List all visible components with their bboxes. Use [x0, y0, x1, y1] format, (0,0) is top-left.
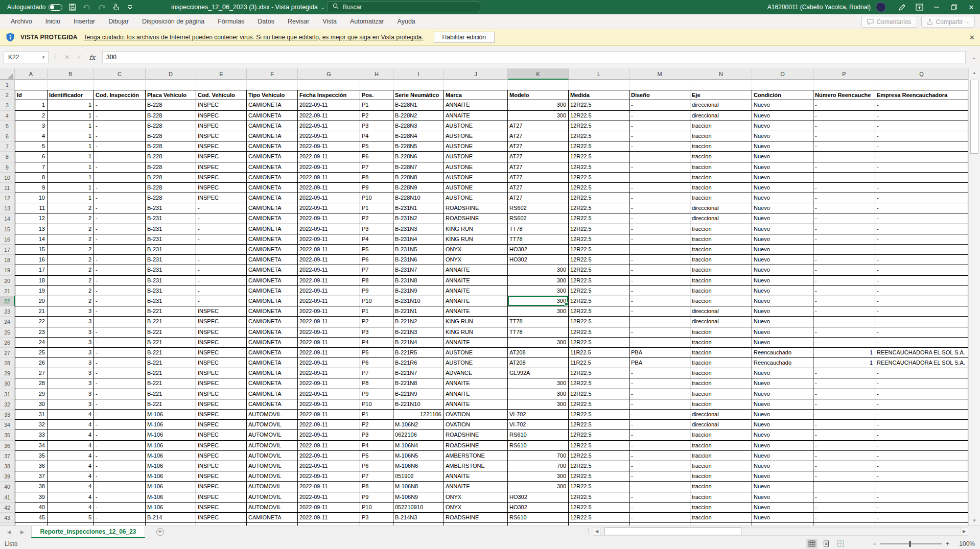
- cell-J21[interactable]: ANNAITE: [444, 286, 508, 296]
- row-header-12[interactable]: 12: [0, 193, 15, 203]
- restore-icon[interactable]: [945, 0, 963, 14]
- cell-N28[interactable]: traccion: [690, 358, 752, 368]
- cell-O18[interactable]: Nuevo: [752, 255, 813, 265]
- cell-O31[interactable]: Nuevo: [752, 389, 813, 399]
- cell-L11[interactable]: 12R22.5: [569, 183, 629, 193]
- cell-C29[interactable]: -: [94, 368, 146, 378]
- cell-D18[interactable]: B-231: [146, 255, 196, 265]
- cell-E25[interactable]: INSPEC: [196, 327, 247, 338]
- cell-O15[interactable]: Nuevo: [752, 224, 813, 234]
- cell-P5[interactable]: -: [813, 121, 875, 131]
- cell-N32[interactable]: traccion: [690, 399, 752, 410]
- cell-C14[interactable]: -: [94, 213, 146, 224]
- avatar[interactable]: [876, 2, 886, 12]
- scroll-right-icon[interactable]: ▶: [960, 528, 968, 535]
- cell-P1[interactable]: [813, 80, 875, 90]
- cell-C33[interactable]: -: [94, 410, 146, 420]
- cell-N13[interactable]: direccional: [690, 203, 752, 213]
- cell-J10[interactable]: AUSTONE: [444, 173, 508, 183]
- cell-F28[interactable]: CAMIONETA: [247, 358, 298, 368]
- cell-L22[interactable]: 12R22.5: [569, 296, 629, 306]
- cell-P3[interactable]: -: [813, 100, 875, 110]
- cell-Q18[interactable]: -: [875, 255, 968, 265]
- cell-H21[interactable]: P9: [360, 286, 393, 296]
- cell-B13[interactable]: 2: [48, 203, 94, 213]
- cell-O9[interactable]: Nuevo: [752, 162, 813, 173]
- row-header-3[interactable]: 3: [0, 100, 15, 110]
- document-title[interactable]: inspecciones_12_06_2023 (3).xlsx - Vista…: [171, 0, 324, 14]
- cell-L38[interactable]: 12R22.5: [569, 461, 629, 471]
- cell-L16[interactable]: 12R22.5: [569, 234, 629, 245]
- cell-E29[interactable]: INSPEC: [196, 368, 247, 378]
- cell-J14[interactable]: ROADSHINE: [444, 213, 508, 224]
- cell-B43[interactable]: 5: [48, 513, 94, 523]
- cell-I7[interactable]: B-228N5: [393, 141, 444, 152]
- cell-J25[interactable]: KING RUN: [444, 327, 508, 338]
- cell-C2[interactable]: Cod. Inspección: [94, 90, 146, 100]
- cell-M34[interactable]: -: [629, 420, 690, 430]
- cell-F35[interactable]: AUTOMOVIL: [247, 430, 298, 440]
- cell-L37[interactable]: 12R22.5: [569, 451, 629, 461]
- cell-J9[interactable]: AUSTONE: [444, 162, 508, 173]
- cell-M35[interactable]: -: [629, 430, 690, 440]
- cell-N40[interactable]: traccion: [690, 482, 752, 492]
- cell-D8[interactable]: B-228: [146, 152, 196, 162]
- cell-Q20[interactable]: -: [875, 276, 968, 286]
- cell-H37[interactable]: P5: [360, 451, 393, 461]
- row-header-23[interactable]: 23: [0, 306, 15, 317]
- cell-N26[interactable]: traccion: [690, 338, 752, 348]
- cell-B14[interactable]: 2: [48, 213, 94, 224]
- cell-O19[interactable]: Nuevo: [752, 265, 813, 275]
- cell-L9[interactable]: 12R22.5: [569, 162, 629, 173]
- cell-E12[interactable]: INSPEC: [196, 193, 247, 203]
- cell-A7[interactable]: 5: [15, 141, 48, 152]
- cell-O26[interactable]: Nuevo: [752, 338, 813, 348]
- cell-L30[interactable]: 12R22.5: [569, 378, 629, 389]
- cell-C35[interactable]: -: [94, 430, 146, 440]
- cell-F10[interactable]: CAMIONETA: [247, 173, 298, 183]
- cell-G18[interactable]: 2022-09-11: [298, 255, 360, 265]
- cell-I26[interactable]: B-221N4: [393, 338, 444, 348]
- cell-A31[interactable]: 29: [15, 389, 48, 399]
- cell-D37[interactable]: M-106: [146, 451, 196, 461]
- cell-G14[interactable]: 2022-09-11: [298, 213, 360, 224]
- cell-H33[interactable]: P1: [360, 410, 393, 420]
- cell-P26[interactable]: -: [813, 338, 875, 348]
- cell-H11[interactable]: P9: [360, 183, 393, 193]
- cell-D15[interactable]: B-231: [146, 224, 196, 234]
- cell-B3[interactable]: 1: [48, 100, 94, 110]
- share-button[interactable]: Compartir ⌄: [921, 16, 975, 28]
- cell-Q40[interactable]: -: [875, 482, 968, 492]
- cell-O32[interactable]: Nuevo: [752, 399, 813, 410]
- cell-H22[interactable]: P10: [360, 296, 393, 306]
- cell-I30[interactable]: B-221N8: [393, 378, 444, 389]
- cell-E1[interactable]: [196, 80, 247, 90]
- row-header-41[interactable]: 41: [0, 492, 15, 503]
- cell-I18[interactable]: B-231N6: [393, 255, 444, 265]
- cell-M6[interactable]: -: [629, 131, 690, 141]
- cell-E34[interactable]: INSPEC: [196, 420, 247, 430]
- cell-K39[interactable]: 300: [508, 471, 569, 482]
- row-header-15[interactable]: 15: [0, 224, 15, 234]
- cell-J4[interactable]: ANNAITE: [444, 111, 508, 121]
- insert-function-icon[interactable]: fx: [89, 54, 95, 61]
- cell-A1[interactable]: [15, 80, 48, 90]
- cell-L3[interactable]: 12R22.5: [569, 100, 629, 110]
- cell-J20[interactable]: ANNAITE: [444, 276, 508, 286]
- cell-B25[interactable]: 3: [48, 327, 94, 338]
- redo-icon[interactable]: [97, 3, 105, 11]
- row-header-5[interactable]: 5: [0, 121, 15, 131]
- cell-I15[interactable]: B-231N3: [393, 224, 444, 234]
- ribbon-tab-insertar[interactable]: Insertar: [67, 14, 102, 29]
- cell-N16[interactable]: traccion: [690, 234, 752, 245]
- cell-B39[interactable]: 4: [48, 471, 94, 482]
- cell-Q15[interactable]: -: [875, 224, 968, 234]
- cell-Q1[interactable]: [875, 80, 968, 90]
- cell-B27[interactable]: 3: [48, 348, 94, 358]
- cell-L31[interactable]: 12R22.5: [569, 389, 629, 399]
- cell-O40[interactable]: Nuevo: [752, 482, 813, 492]
- cell-B20[interactable]: 2: [48, 276, 94, 286]
- cell-F17[interactable]: CAMIONETA: [247, 245, 298, 255]
- cell-G33[interactable]: 2022-09-11: [298, 410, 360, 420]
- cell-K11[interactable]: AT27: [508, 183, 569, 193]
